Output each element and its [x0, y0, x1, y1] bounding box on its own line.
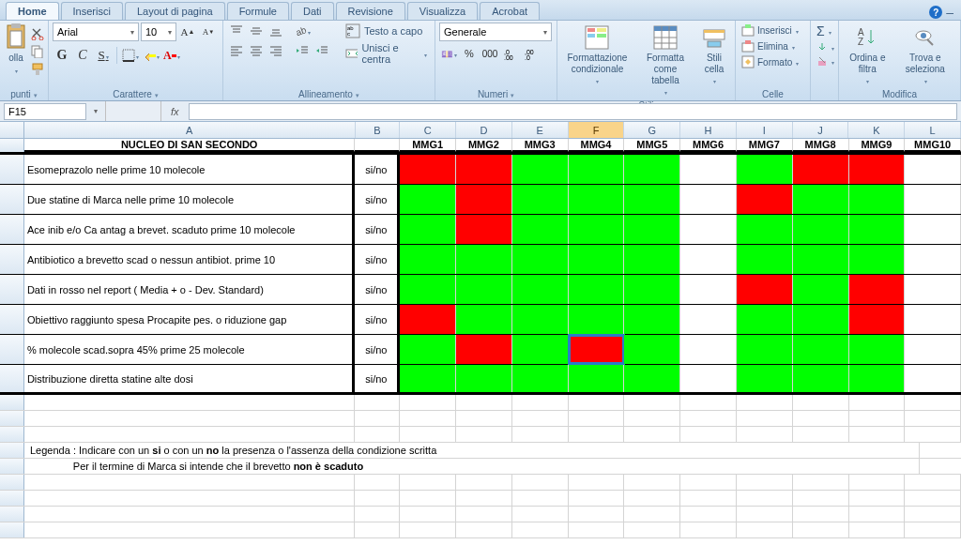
- copy-icon[interactable]: [30, 44, 45, 59]
- empty-cell[interactable]: [680, 507, 737, 522]
- data-cell-H[interactable]: [680, 185, 737, 214]
- data-cell-K[interactable]: [849, 245, 906, 274]
- fx-icon[interactable]: fx: [165, 106, 185, 117]
- increase-decimal-icon[interactable]: ,0,00: [501, 44, 520, 63]
- clear-button[interactable]: [815, 54, 836, 68]
- row-header[interactable]: [0, 275, 24, 304]
- empty-cell[interactable]: [737, 475, 793, 490]
- empty-cell[interactable]: [355, 491, 400, 506]
- row-header[interactable]: [0, 365, 24, 392]
- header-mmg9[interactable]: MMG9: [849, 139, 906, 152]
- data-cell-G[interactable]: [624, 185, 680, 214]
- grow-font-icon[interactable]: A▲: [178, 23, 197, 41]
- col-header-I[interactable]: I: [737, 122, 793, 138]
- data-cell-E[interactable]: [512, 155, 569, 184]
- empty-cell[interactable]: [624, 522, 680, 537]
- header-mmg3[interactable]: MMG3: [512, 139, 569, 152]
- format-as-table-button[interactable]: Formatta come tabella: [635, 23, 695, 99]
- empty-cell[interactable]: [849, 427, 906, 442]
- empty-cell[interactable]: [456, 491, 512, 506]
- col-header-G[interactable]: G: [624, 122, 680, 138]
- empty-cell[interactable]: [569, 475, 625, 490]
- format-painter-icon[interactable]: [30, 62, 45, 77]
- data-cell-K[interactable]: [849, 215, 906, 244]
- empty-cell[interactable]: [24, 475, 356, 490]
- col-header-J[interactable]: J: [793, 122, 849, 138]
- empty-cell[interactable]: [849, 522, 906, 537]
- header-title-cell[interactable]: NUCLEO DI SAN SECONDO: [24, 139, 356, 152]
- empty-cell[interactable]: [793, 507, 849, 522]
- data-cell-E[interactable]: [512, 215, 569, 244]
- font-size-combo[interactable]: 10▾: [141, 23, 176, 41]
- row-sino[interactable]: si/no: [355, 185, 400, 214]
- empty-cell[interactable]: [624, 395, 680, 410]
- empty-cell[interactable]: [400, 522, 456, 537]
- data-cell-H[interactable]: [680, 215, 737, 244]
- empty-cell[interactable]: [400, 475, 456, 490]
- data-cell-I[interactable]: [737, 305, 793, 334]
- data-cell-D[interactable]: [456, 365, 512, 392]
- header-mmg2[interactable]: MMG2: [456, 139, 512, 152]
- empty-cell[interactable]: [793, 522, 849, 537]
- font-name-combo[interactable]: Arial▾: [53, 23, 139, 41]
- empty-cell[interactable]: [569, 522, 625, 537]
- legend-line-1[interactable]: Legenda : Indicare con un si o con un no…: [24, 443, 920, 458]
- font-color-button[interactable]: A: [162, 46, 181, 65]
- row-header[interactable]: [0, 459, 24, 474]
- header-B[interactable]: [355, 139, 400, 152]
- data-cell-E[interactable]: [512, 305, 569, 334]
- data-cell-F[interactable]: [569, 275, 625, 304]
- data-cell-H[interactable]: [680, 305, 737, 334]
- empty-cell[interactable]: [680, 475, 737, 490]
- autosum-button[interactable]: Σ: [815, 23, 833, 39]
- help-icon[interactable]: ?: [929, 6, 942, 19]
- empty-cell[interactable]: [849, 411, 906, 426]
- data-cell-K[interactable]: [849, 275, 906, 304]
- col-header-H[interactable]: H: [680, 122, 737, 138]
- empty-cell[interactable]: [24, 411, 356, 426]
- header-mmg4[interactable]: MMG4: [569, 139, 625, 152]
- row-header[interactable]: [0, 491, 24, 506]
- empty-cell[interactable]: [456, 507, 512, 522]
- data-cell-G[interactable]: [624, 335, 680, 364]
- row-header[interactable]: [0, 427, 24, 442]
- data-cell-J[interactable]: [793, 245, 849, 274]
- data-cell-D[interactable]: [456, 245, 512, 274]
- empty-cell[interactable]: [624, 491, 680, 506]
- row-label[interactable]: Esomeprazolo nelle prime 10 molecole: [24, 155, 356, 184]
- tab-acrobat[interactable]: Acrobat: [480, 2, 540, 20]
- name-box-dropdown-icon[interactable]: ▾: [90, 107, 101, 115]
- data-cell-G[interactable]: [624, 365, 680, 392]
- row-header[interactable]: [0, 475, 24, 490]
- empty-cell[interactable]: [793, 475, 849, 490]
- empty-cell[interactable]: [905, 491, 961, 506]
- empty-cell[interactable]: [512, 522, 569, 537]
- data-cell-I[interactable]: [737, 155, 793, 184]
- data-cell-D[interactable]: [456, 275, 512, 304]
- empty-cell[interactable]: [905, 427, 961, 442]
- data-cell-K[interactable]: [849, 185, 906, 214]
- data-cell-F[interactable]: [569, 245, 625, 274]
- data-cell-G[interactable]: [624, 215, 680, 244]
- empty-cell[interactable]: [905, 395, 961, 410]
- tab-formule[interactable]: Formule: [227, 2, 289, 20]
- data-cell-I[interactable]: [737, 335, 793, 364]
- data-cell-K[interactable]: [849, 155, 906, 184]
- empty-cell[interactable]: [400, 491, 456, 506]
- data-cell-J[interactable]: [793, 335, 849, 364]
- header-mmg8[interactable]: MMG8: [793, 139, 849, 152]
- empty-cell[interactable]: [793, 427, 849, 442]
- empty-cell[interactable]: [400, 411, 456, 426]
- col-header-C[interactable]: C: [400, 122, 456, 138]
- legend-line-2[interactable]: Per il termine di Marca si intende che i…: [24, 459, 920, 474]
- row-header[interactable]: [0, 507, 24, 522]
- indent-decrease-icon[interactable]: [293, 42, 312, 59]
- empty-cell[interactable]: [624, 507, 680, 522]
- row-sino[interactable]: si/no: [355, 245, 400, 274]
- italic-button[interactable]: C: [73, 46, 92, 65]
- find-select-button[interactable]: Trova e seleziona: [894, 23, 956, 88]
- empty-cell[interactable]: [512, 475, 569, 490]
- empty-cell[interactable]: [680, 427, 737, 442]
- indent-increase-icon[interactable]: [313, 42, 331, 59]
- data-cell-J[interactable]: [793, 275, 849, 304]
